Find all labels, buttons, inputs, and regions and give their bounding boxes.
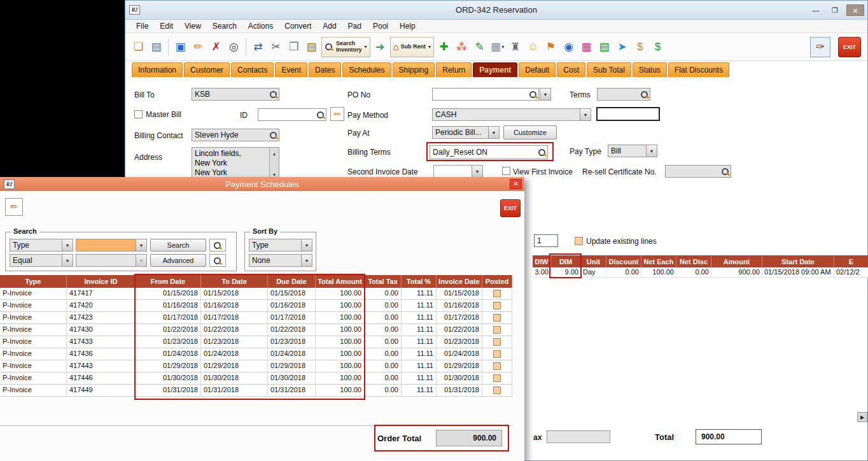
tab-return[interactable]: Return xyxy=(436,62,472,77)
search-button[interactable]: Search xyxy=(150,239,206,252)
tab-cost[interactable]: Cost xyxy=(557,62,585,77)
po-no-dropdown[interactable]: ▾ xyxy=(540,88,551,101)
grid-header-diw[interactable]: DIW xyxy=(533,255,551,267)
table-row[interactable]: P-Invoice41744601/30/201801/30/201801/30… xyxy=(0,372,512,385)
grid-header-net-disc[interactable]: Net Disc xyxy=(676,255,711,267)
menu-pad[interactable]: Pad xyxy=(342,20,367,32)
new-document-icon[interactable]: ❏ xyxy=(130,38,146,56)
dialog-title-bar[interactable]: R2 Payment Schedules ✕ xyxy=(0,177,524,191)
cube-icon[interactable]: ▦ xyxy=(578,38,594,56)
company-icon[interactable]: ♜ xyxy=(507,38,523,56)
notes-icon[interactable]: ▤ xyxy=(596,38,612,56)
sub-rent-button[interactable]: ⌂Sub Rent▾ xyxy=(390,37,435,57)
search-icon[interactable] xyxy=(529,90,537,99)
print-icon[interactable]: ▤ xyxy=(148,38,164,56)
sort-secondary-combo[interactable]: None▾ xyxy=(249,254,312,267)
quick-search-icon[interactable] xyxy=(209,239,226,252)
tab-dates[interactable]: Dates xyxy=(309,62,341,77)
globe-icon[interactable]: ◉ xyxy=(561,38,577,56)
toolbar-exit-button[interactable]: EXIT xyxy=(838,37,861,57)
resell-certificate-field[interactable] xyxy=(665,165,731,178)
id-field[interactable] xyxy=(258,108,326,121)
chevron-down-icon[interactable]: ▾ xyxy=(136,239,146,251)
chevron-down-icon[interactable]: ▾ xyxy=(488,127,499,138)
search-icon[interactable] xyxy=(640,90,648,99)
paste-icon[interactable]: ▤ xyxy=(304,38,319,56)
smiley-icon[interactable]: ☺ xyxy=(525,38,541,56)
table-row[interactable]: P-Invoice41743001/22/201801/22/201801/22… xyxy=(0,324,512,336)
flag-icon[interactable]: ⚑ xyxy=(543,38,559,56)
search-icon[interactable] xyxy=(269,131,277,139)
billing-terms-field[interactable]: Daily_Reset ON xyxy=(430,145,548,159)
menu-convert[interactable]: Convert xyxy=(279,20,317,32)
posted-checkbox[interactable] xyxy=(493,362,501,370)
tab-information[interactable]: Information xyxy=(132,62,183,77)
column-header-total-[interactable]: Total % xyxy=(402,275,437,288)
dialog-edit-pencil-icon[interactable]: ✏ xyxy=(5,198,23,216)
grid-header-dim[interactable]: DIM xyxy=(551,255,581,267)
key-icon[interactable]: ➤ xyxy=(614,38,630,56)
search-operator-combo[interactable]: Equal▾ xyxy=(10,254,73,267)
tab-default[interactable]: Default xyxy=(519,62,556,77)
money-icon[interactable]: $ xyxy=(632,38,648,56)
table-row[interactable]: P-Invoice41744301/29/201801/29/201801/29… xyxy=(0,360,512,372)
posted-checkbox[interactable] xyxy=(493,338,501,346)
chevron-down-icon[interactable]: ▾ xyxy=(62,255,73,266)
discount-icon[interactable]: $ xyxy=(650,38,666,56)
master-bill-checkbox[interactable] xyxy=(134,110,143,118)
column-header-due-date[interactable]: Due Date xyxy=(268,275,316,288)
column-header-total-amount[interactable]: Total Amount xyxy=(316,275,365,288)
line-count-field[interactable]: 1 xyxy=(534,234,558,247)
view-first-invoice-checkbox[interactable] xyxy=(502,167,510,175)
posted-checkbox[interactable] xyxy=(493,302,501,309)
posted-checkbox[interactable] xyxy=(493,350,501,358)
search-icon[interactable] xyxy=(721,167,729,176)
search-value-combo[interactable]: ▾ xyxy=(76,239,147,252)
menu-file[interactable]: File xyxy=(130,20,154,32)
add-icon[interactable]: ✚ xyxy=(436,38,452,56)
close-button[interactable]: ✕ xyxy=(846,4,864,16)
menu-actions[interactable]: Actions xyxy=(242,20,279,32)
menu-edit[interactable]: Edit xyxy=(154,20,179,32)
billing-contact-field[interactable]: Steven Hyde xyxy=(192,129,279,141)
address-field[interactable]: Lincoln fields, New York New York ▲ ▼ xyxy=(192,147,279,181)
scroll-right-button[interactable]: ▶ xyxy=(857,412,867,422)
pay-method-combo[interactable]: CASH▾ xyxy=(432,108,591,121)
column-header-type[interactable]: Type xyxy=(0,275,67,288)
table-row[interactable]: P-Invoice41743601/24/201801/24/201801/24… xyxy=(0,348,512,360)
edit-pencil-icon[interactable]: ✏ xyxy=(190,38,206,56)
posted-checkbox[interactable] xyxy=(493,374,501,382)
bill-to-field[interactable]: KSB xyxy=(192,88,279,101)
chevron-down-icon[interactable]: ▾ xyxy=(62,239,73,251)
advanced-search-icon[interactable] xyxy=(209,254,226,267)
tab-customer[interactable]: Customer xyxy=(184,62,230,77)
sort-primary-combo[interactable]: Type▾ xyxy=(249,239,312,252)
chevron-down-icon[interactable]: ▾ xyxy=(428,44,431,50)
search-operator-value-combo[interactable]: ▾ xyxy=(76,254,147,267)
po-no-field[interactable] xyxy=(432,88,539,101)
posted-checkbox[interactable] xyxy=(493,314,501,322)
tax-field[interactable] xyxy=(547,430,610,443)
search-icon[interactable] xyxy=(269,90,277,99)
grid-header-discount[interactable]: Discount xyxy=(606,255,641,267)
grid-header-unit[interactable]: Unit xyxy=(581,255,606,267)
search-type-combo[interactable]: Type▾ xyxy=(10,239,73,252)
chevron-down-icon[interactable]: ▾ xyxy=(580,109,591,120)
save-icon[interactable]: ▣ xyxy=(172,38,188,56)
pay-type-combo[interactable]: Bill▾ xyxy=(608,145,657,157)
terms-field[interactable] xyxy=(597,88,650,101)
pool-balls-icon[interactable]: ⁂ xyxy=(454,38,470,56)
menu-search[interactable]: Search xyxy=(207,20,242,32)
copy-icon[interactable]: ❐ xyxy=(286,38,302,56)
column-header-posted[interactable]: Posted xyxy=(482,275,512,288)
search-icon[interactable] xyxy=(316,111,325,119)
maximize-button[interactable]: ❐ xyxy=(827,4,843,16)
extra-textbox[interactable] xyxy=(596,107,660,121)
menu-pool[interactable]: Pool xyxy=(367,20,394,32)
cut-icon[interactable]: ✂ xyxy=(268,38,284,56)
chevron-down-icon[interactable]: ▾ xyxy=(501,44,504,50)
tab-shipping[interactable]: Shipping xyxy=(393,62,435,77)
menu-help[interactable]: Help xyxy=(394,20,421,32)
address-scrollbar[interactable]: ▲ ▼ xyxy=(269,148,279,181)
tab-flat-discounts[interactable]: Flat Discounts xyxy=(668,62,729,77)
